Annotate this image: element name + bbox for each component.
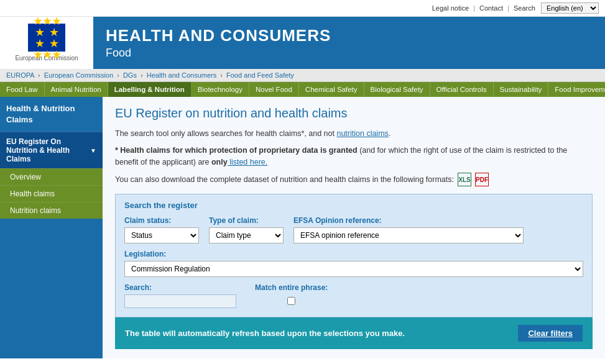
tab-official-controls[interactable]: Official Controls xyxy=(430,82,494,97)
bc-arrow2: › xyxy=(117,71,119,79)
tab-food-improvement[interactable]: Food Improvement Agents xyxy=(548,82,605,97)
download-row: You can also download the complete datas… xyxy=(115,173,593,186)
nutrition-claims-link[interactable]: nutrition claims xyxy=(336,129,388,138)
type-of-claim-select[interactable]: Claim type xyxy=(209,227,284,243)
tab-biological-safety[interactable]: Biological Safety xyxy=(364,82,430,97)
info-text-1: The search tool only allows searches for… xyxy=(115,128,593,140)
separator2: | xyxy=(507,4,509,12)
clear-filters-button[interactable]: Clear filters xyxy=(518,325,583,342)
legislation-select[interactable]: Commission Regulation xyxy=(124,261,583,277)
type-of-claim-label: Type of claim: xyxy=(209,216,284,225)
search-link[interactable]: Search xyxy=(514,4,535,12)
content-wrapper: Health & Nutrition Claims EU Register On… xyxy=(0,97,605,358)
efsa-label: EFSA Opinion reference: xyxy=(293,216,524,225)
info-line1-end: . xyxy=(389,129,390,138)
top-bar: Legal notice | Contact | Search English … xyxy=(0,0,605,17)
breadcrumb-ffs[interactable]: Food and Feed Safety xyxy=(226,71,294,79)
listed-here-link[interactable]: listed here. xyxy=(228,158,268,166)
eu-stars-symbol: ★★★★ ★★ ★★★★ xyxy=(33,16,61,60)
claim-status-field: Claim status: Status xyxy=(124,216,199,243)
match-phrase-field: Match entire phrase: xyxy=(255,283,328,305)
only-text: only xyxy=(211,158,228,166)
sidebar: Health & Nutrition Claims EU Register On… xyxy=(0,97,103,358)
bc-arrow3: › xyxy=(141,71,143,79)
eu-flag: ★★★★ ★★ ★★★★ xyxy=(28,24,65,52)
claim-status-label: Claim status: xyxy=(124,216,199,225)
tab-sustainability[interactable]: Sustainability xyxy=(494,82,549,97)
breadcrumb-hc[interactable]: Health and Consumers xyxy=(147,71,217,79)
search-top-row: Claim status: Status Type of claim: Clai… xyxy=(124,216,583,243)
match-phrase-checkbox[interactable] xyxy=(255,297,328,305)
contact-link[interactable]: Contact xyxy=(479,4,503,12)
excel-download-icon[interactable]: XLS xyxy=(458,173,471,186)
chevron-down-icon: ▼ xyxy=(90,147,96,154)
bc-arrow1: › xyxy=(38,71,40,79)
search-input-row: Search: Match entire phrase: xyxy=(124,283,583,308)
site-main-title: HEALTH AND CONSUMERS xyxy=(106,26,331,45)
search-box-title: Search the register xyxy=(124,201,583,210)
sidebar-register-label: EU Register On Nutrition & Health Claims xyxy=(6,137,88,163)
breadcrumb: EUROPA › European Commission › DGs › Hea… xyxy=(0,69,605,82)
tab-chemical-safety[interactable]: Chemical Safety xyxy=(299,82,364,97)
main-content: EU Register on nutrition and health clai… xyxy=(103,97,605,358)
sidebar-item-register[interactable]: EU Register On Nutrition & Health Claims… xyxy=(0,132,103,168)
page-title: EU Register on nutrition and health clai… xyxy=(115,106,593,121)
search-input[interactable] xyxy=(124,294,236,308)
search-input-label: Search: xyxy=(124,283,236,292)
search-box: Search the register Claim status: Status… xyxy=(115,194,593,317)
separator1: | xyxy=(473,4,475,12)
type-of-claim-field: Type of claim: Claim type xyxy=(209,216,284,243)
sidebar-sub-nutrition-claims[interactable]: Nutrition claims xyxy=(0,202,103,219)
bc-arrow4: › xyxy=(220,71,223,79)
header-title-area: HEALTH AND CONSUMERS Food xyxy=(93,17,343,69)
info-text-2: * Health claims for which protection of … xyxy=(115,145,593,168)
legislation-label: Legislation: xyxy=(124,250,583,258)
language-select[interactable]: English (en) Français (fr) Deutsch (de) … xyxy=(541,2,599,14)
legal-notice-link[interactable]: Legal notice xyxy=(432,4,469,12)
site-header: ★★★★ ★★ ★★★★ European Commission HEALTH … xyxy=(0,17,605,69)
efsa-field: EFSA Opinion reference: EFSA opinion ref… xyxy=(293,216,524,243)
efsa-select[interactable]: EFSA opinion reference xyxy=(293,227,524,243)
tab-animal-nutrition[interactable]: Animal Nutrition xyxy=(45,82,108,97)
bold-notice: * Health claims for which protection of … xyxy=(115,146,358,155)
tab-novel-food[interactable]: Novel Food xyxy=(249,82,299,97)
bottom-banner-text: The table will automatically refresh bas… xyxy=(125,329,405,338)
sidebar-sub-overview[interactable]: Overview xyxy=(0,168,103,185)
pdf-download-icon[interactable]: PDF xyxy=(475,173,489,186)
tab-food-law[interactable]: Food Law xyxy=(0,82,45,97)
download-line-text: You can also download the complete datas… xyxy=(115,175,454,184)
bottom-banner: The table will automatically refresh bas… xyxy=(115,317,593,349)
nav-tabs: Food Law Animal Nutrition Labelling & Nu… xyxy=(0,82,605,97)
search-text-field: Search: xyxy=(124,283,236,308)
legislation-row: Legislation: Commission Regulation xyxy=(124,250,583,277)
sidebar-sub-health-claims[interactable]: Health claims xyxy=(0,185,103,202)
info-line1-text: The search tool only allows searches for… xyxy=(115,129,336,138)
tab-labelling-nutrition[interactable]: Labelling & Nutrition xyxy=(108,82,192,97)
sidebar-heading: Health & Nutrition Claims xyxy=(0,97,103,132)
tab-biotechnology[interactable]: Biotechnology xyxy=(192,82,249,97)
breadcrumb-ec[interactable]: European Commission xyxy=(44,71,113,79)
site-subtitle: Food xyxy=(106,47,331,60)
match-phrase-label: Match entire phrase: xyxy=(255,283,328,292)
claim-status-select[interactable]: Status xyxy=(124,227,199,243)
logo-area: ★★★★ ★★ ★★★★ European Commission xyxy=(0,17,93,69)
breadcrumb-dgs[interactable]: DGs xyxy=(123,71,137,79)
breadcrumb-europa[interactable]: EUROPA xyxy=(6,71,34,79)
